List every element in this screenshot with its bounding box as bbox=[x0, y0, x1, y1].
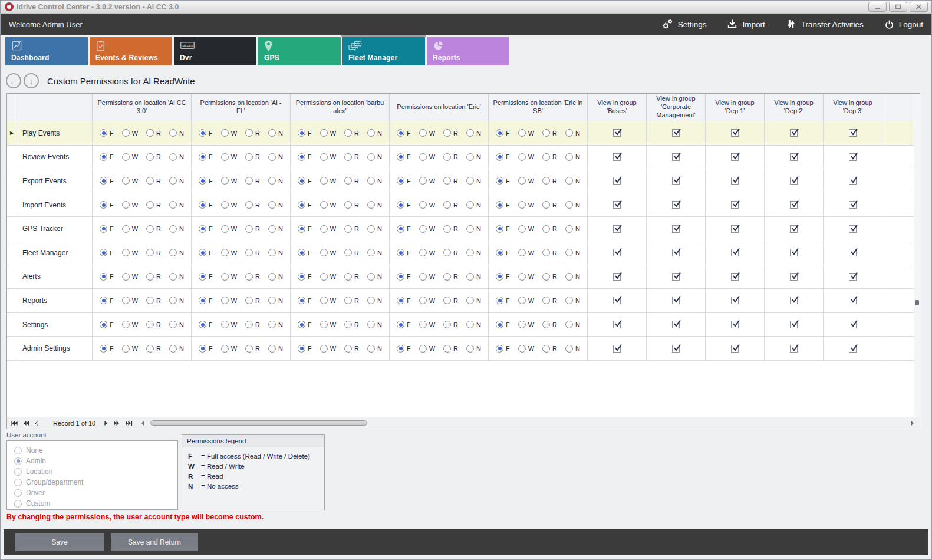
permission-option-n[interactable]: N bbox=[169, 201, 184, 209]
permission-option-w[interactable]: W bbox=[320, 273, 336, 281]
permission-option-r[interactable]: R bbox=[146, 129, 161, 137]
radio-button[interactable] bbox=[565, 153, 573, 161]
permission-option-f[interactable]: F bbox=[199, 201, 213, 209]
back-button[interactable]: ← bbox=[6, 73, 21, 88]
permission-option-f[interactable]: F bbox=[100, 201, 114, 209]
permission-option-n[interactable]: N bbox=[466, 249, 481, 256]
permission-option-w[interactable]: W bbox=[221, 201, 237, 209]
radio-button[interactable] bbox=[565, 249, 573, 256]
radio-button-selected[interactable] bbox=[199, 177, 206, 185]
table-row[interactable]: ReportsFWRNFWRNFWRNFWRNFWRN bbox=[7, 289, 914, 313]
radio-button[interactable] bbox=[169, 321, 177, 328]
radio-button-selected[interactable] bbox=[199, 345, 206, 353]
radio-button[interactable] bbox=[122, 249, 130, 256]
header-action-transfer-activities[interactable]: Transfer Activities bbox=[785, 18, 864, 30]
permission-option-r[interactable]: R bbox=[245, 129, 260, 137]
tab-dvr[interactable]: MERGEDvr bbox=[174, 37, 256, 65]
permission-option-r[interactable]: R bbox=[245, 345, 260, 353]
permission-option-n[interactable]: N bbox=[367, 273, 382, 281]
permission-option-r[interactable]: R bbox=[443, 201, 458, 209]
permission-option-f[interactable]: F bbox=[298, 177, 312, 185]
permission-option-w[interactable]: W bbox=[419, 177, 435, 185]
radio-button[interactable] bbox=[542, 153, 550, 161]
permission-option-n[interactable]: N bbox=[268, 249, 283, 256]
permission-option-r[interactable]: R bbox=[542, 177, 557, 185]
permission-option-w[interactable]: W bbox=[221, 345, 237, 353]
permission-option-r[interactable]: R bbox=[344, 153, 359, 161]
permission-option-r[interactable]: R bbox=[443, 321, 458, 328]
permission-option-n[interactable]: N bbox=[367, 225, 382, 233]
view-checkbox[interactable] bbox=[790, 297, 798, 304]
radio-button-selected[interactable] bbox=[496, 345, 503, 353]
permission-option-f[interactable]: F bbox=[199, 177, 213, 185]
permission-option-f[interactable]: F bbox=[397, 345, 411, 353]
table-row[interactable]: ▶Play EventsFWRNFWRNFWRNFWRNFWRN bbox=[7, 121, 914, 146]
permission-option-f[interactable]: F bbox=[397, 177, 411, 185]
radio-button[interactable] bbox=[221, 345, 229, 353]
save-button[interactable]: Save bbox=[15, 533, 104, 551]
radio-button[interactable] bbox=[146, 297, 154, 304]
permission-option-r[interactable]: R bbox=[245, 273, 260, 281]
radio-button[interactable] bbox=[344, 129, 352, 137]
radio-button[interactable] bbox=[419, 273, 427, 281]
radio-button-selected[interactable] bbox=[397, 297, 404, 304]
radio-button[interactable] bbox=[542, 225, 550, 233]
permission-option-r[interactable]: R bbox=[146, 177, 161, 185]
permission-option-w[interactable]: W bbox=[518, 345, 534, 353]
radio-button[interactable] bbox=[245, 297, 253, 304]
radio-button-selected[interactable] bbox=[496, 201, 503, 209]
radio-button[interactable] bbox=[169, 201, 177, 209]
radio-button[interactable] bbox=[146, 249, 154, 256]
header-action-logout[interactable]: Logout bbox=[884, 19, 923, 30]
view-checkbox[interactable] bbox=[731, 129, 739, 137]
radio-button[interactable] bbox=[320, 129, 328, 137]
radio-button-selected[interactable] bbox=[199, 321, 206, 328]
permission-option-n[interactable]: N bbox=[268, 201, 283, 209]
radio-button[interactable] bbox=[122, 177, 130, 185]
permission-option-n[interactable]: N bbox=[169, 225, 184, 233]
view-checkbox[interactable] bbox=[672, 249, 680, 256]
permission-option-w[interactable]: W bbox=[122, 297, 138, 304]
permission-option-n[interactable]: N bbox=[565, 345, 580, 353]
permission-option-f[interactable]: F bbox=[100, 273, 114, 281]
radio-button[interactable] bbox=[169, 297, 177, 304]
permission-option-f[interactable]: F bbox=[397, 129, 411, 137]
radio-button[interactable] bbox=[419, 201, 427, 209]
table-row[interactable]: Import EventsFWRNFWRNFWRNFWRNFWRN bbox=[7, 193, 914, 218]
permission-option-r[interactable]: R bbox=[344, 129, 359, 137]
permission-option-n[interactable]: N bbox=[268, 225, 283, 233]
radio-button[interactable] bbox=[367, 249, 375, 256]
permission-option-f[interactable]: F bbox=[199, 153, 213, 161]
radio-button-selected[interactable] bbox=[397, 153, 404, 161]
radio-button[interactable] bbox=[221, 321, 229, 328]
permission-option-r[interactable]: R bbox=[146, 297, 161, 304]
view-checkbox[interactable] bbox=[672, 297, 680, 304]
permission-option-w[interactable]: W bbox=[122, 177, 138, 185]
radio-button[interactable] bbox=[518, 177, 526, 185]
radio-button[interactable] bbox=[443, 273, 451, 281]
radio-button[interactable] bbox=[466, 225, 474, 233]
radio-button-selected[interactable] bbox=[496, 273, 503, 281]
radio-button-selected[interactable] bbox=[199, 297, 206, 304]
permission-option-r[interactable]: R bbox=[146, 345, 161, 353]
radio-button[interactable] bbox=[245, 345, 253, 353]
view-checkbox[interactable] bbox=[790, 225, 798, 233]
permission-option-w[interactable]: W bbox=[320, 177, 336, 185]
radio-button[interactable] bbox=[344, 249, 352, 256]
view-checkbox[interactable] bbox=[672, 177, 680, 185]
radio-button-selected[interactable] bbox=[298, 249, 305, 256]
permission-option-w[interactable]: W bbox=[221, 297, 237, 304]
radio-button[interactable] bbox=[268, 273, 276, 281]
permission-option-f[interactable]: F bbox=[496, 201, 510, 209]
permission-option-w[interactable]: W bbox=[122, 201, 138, 209]
permission-option-r[interactable]: R bbox=[443, 345, 458, 353]
view-checkbox[interactable] bbox=[613, 345, 621, 353]
permission-option-r[interactable]: R bbox=[344, 249, 359, 256]
permission-option-n[interactable]: N bbox=[367, 249, 382, 256]
permission-option-w[interactable]: W bbox=[320, 297, 336, 304]
radio-button-selected[interactable] bbox=[298, 129, 305, 137]
permission-option-w[interactable]: W bbox=[122, 249, 138, 256]
radio-button-selected[interactable] bbox=[100, 297, 107, 304]
radio-button[interactable] bbox=[14, 447, 22, 454]
radio-button[interactable] bbox=[466, 153, 474, 161]
